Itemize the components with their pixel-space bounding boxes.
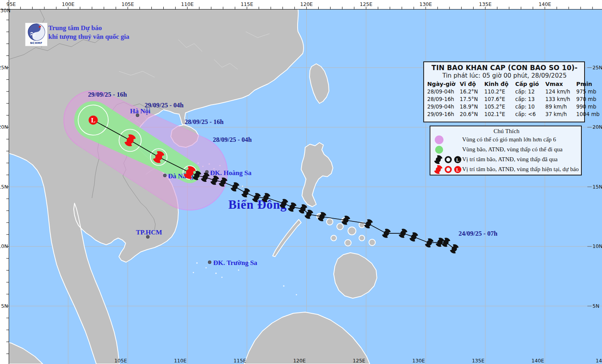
agency-credit-line2: khí tượng thuỷ văn quốc gia bbox=[48, 32, 129, 41]
bulletin-column-header: Kinh độ bbox=[484, 80, 513, 88]
dissipation-L-letter: L bbox=[91, 116, 96, 124]
bulletin-forecast-row: 29/09-16h20.6°N102.1°Ecấp: <637 km/h1004… bbox=[427, 111, 582, 118]
left-axis-margin bbox=[0, 0, 9, 364]
legend-box: Chú Thích Vùng có thể có gió mạnh lớn hơ… bbox=[430, 126, 582, 175]
red-circle-icon bbox=[444, 164, 452, 175]
axis-label-top: 120E bbox=[300, 1, 313, 7]
axis-label-bottom: 110E bbox=[174, 358, 187, 364]
legend-item-label: Vùng bão, ATNĐ, vùng thấp có thể đi qua bbox=[462, 146, 562, 153]
axis-label-left: 25N bbox=[0, 65, 8, 71]
bulletin-cell: 28/09-16h bbox=[427, 95, 457, 103]
bulletin-column-header: Ngày-giờ bbox=[427, 80, 457, 88]
legend-item-past-positions: L Vị trí tâm bão, ATNĐ, vùng thấp đã qua bbox=[434, 154, 579, 164]
bulletin-cell: cấp: <6 bbox=[515, 111, 543, 118]
svg-text:L: L bbox=[456, 167, 459, 172]
bulletin-cell: 37 km/h bbox=[545, 111, 574, 118]
track-date-label: 28/09/25 - 16h bbox=[185, 118, 224, 126]
axis-label-top: 100E bbox=[62, 1, 75, 7]
legend-title: Chú Thích bbox=[434, 128, 579, 135]
legend-item-label: Vị trí tâm bão, ATNĐ, vùng thấp hiện tại… bbox=[462, 166, 579, 173]
city-label: ĐK. Hoàng Sa bbox=[210, 169, 252, 177]
bulletin-cell: cấp: 10 bbox=[515, 103, 543, 111]
bulletin-column-header: Pmin bbox=[576, 80, 594, 88]
legend-item-pink-zone: Vùng có thể có gió mạnh lớn hơn cấp 6 bbox=[434, 135, 579, 145]
bulletin-cell: 28/09-04h bbox=[427, 88, 457, 95]
bulletin-cell: 990 mb bbox=[576, 103, 594, 111]
nchmf-logo-emblem bbox=[27, 23, 46, 41]
axis-label-left: 20N bbox=[0, 124, 8, 130]
bulletin-table-rows: 28/09-04h16.2°N110.2°Ecấp: 12124 km/h975… bbox=[427, 88, 582, 118]
black-cyclone-icon bbox=[434, 154, 443, 165]
red-cyclone-icon bbox=[434, 164, 443, 175]
axis-label-top-partial: 95E bbox=[6, 1, 16, 7]
bulletin-cell: 107.6°E bbox=[484, 95, 513, 103]
axis-label-right: 20N bbox=[592, 124, 602, 130]
bulletin-cell: cấp: 12 bbox=[515, 88, 543, 95]
bulletin-forecast-row: 28/09-04h16.2°N110.2°Ecấp: 12124 km/h975… bbox=[427, 88, 582, 95]
bulletin-forecast-row: 28/09-16h17.5°N107.6°Ecấp: 13133 km/h970… bbox=[427, 95, 582, 103]
bulletin-cell: 29/09-04h bbox=[427, 103, 457, 111]
agency-credit: Trung tâm Dự báo khí tượng thuỷ văn quốc… bbox=[48, 24, 129, 41]
axis-label-bottom: 115E bbox=[233, 358, 246, 364]
axis-label-left: 5N bbox=[1, 303, 8, 309]
bulletin-column-header: Vĩ độ bbox=[460, 80, 482, 88]
legend-item-forecast-positions: L Vị trí tâm bão, ATNĐ, vùng thấp hiện t… bbox=[434, 164, 579, 174]
black-L-icon: L bbox=[453, 154, 462, 165]
svg-text:L: L bbox=[456, 157, 459, 162]
axis-label-top: 130E bbox=[419, 1, 432, 7]
bulletin-cell: 17.5°N bbox=[460, 95, 482, 103]
axis-label-bottom: 135E bbox=[472, 358, 485, 364]
bulletin-cell: 124 km/h bbox=[545, 88, 574, 95]
axis-label-corner-partial: 14 bbox=[596, 358, 602, 364]
bulletin-column-header: Vmax bbox=[545, 80, 574, 88]
axis-label-left: 15N bbox=[0, 184, 8, 190]
axis-label-right: 10N bbox=[592, 243, 602, 249]
axis-label-top: 125E bbox=[360, 1, 373, 7]
axis-label-right: 15N bbox=[592, 184, 602, 190]
storm-bulletin-box: TIN BAO KHAN CAP (CON BAO SO 10)- Tin ph… bbox=[423, 61, 585, 122]
axis-label-bottom: 140E bbox=[531, 358, 544, 364]
track-date-label: 29/09/25 - 04h bbox=[145, 101, 183, 109]
red-L-icon: L bbox=[453, 164, 462, 175]
bulletin-cell: 1004 mb bbox=[576, 111, 594, 118]
nchmf-logo-text: NCHMF bbox=[30, 42, 42, 45]
bulletin-cell: 105.2°E bbox=[484, 103, 513, 111]
axis-label-top: 110E bbox=[181, 1, 194, 7]
axis-label-bottom: 105E bbox=[115, 358, 127, 364]
bulletin-cell: 89 km/h bbox=[545, 103, 574, 111]
bulletin-cell: cấp: 13 bbox=[515, 95, 543, 103]
bulletin-column-header: Cấp gió bbox=[515, 80, 543, 88]
legend-item-label: Vùng có thể có gió mạnh lớn hơn cấp 6 bbox=[462, 136, 556, 143]
track-date-label: 24/09/25 - 07h bbox=[459, 230, 497, 237]
bulletin-forecast-row: 29/09-04h18.9°N105.2°Ecấp: 1089 km/h990 … bbox=[427, 103, 582, 111]
nchmf-logo: NCHMF bbox=[25, 23, 48, 46]
bulletin-cell: 29/09-16h bbox=[427, 111, 457, 118]
bulletin-cell: 18.9°N bbox=[460, 103, 482, 111]
bulletin-cell: 16.2°N bbox=[460, 88, 482, 95]
axis-label-top: 105E bbox=[121, 1, 134, 7]
bulletin-cell: 102.1°E bbox=[484, 111, 513, 118]
city-label: ĐK. Trường Sa bbox=[213, 259, 258, 267]
black-circle-icon bbox=[444, 154, 452, 165]
axis-label-right: 5N bbox=[592, 303, 599, 309]
axis-label-bottom: 120E bbox=[293, 358, 306, 364]
city-dot bbox=[163, 174, 166, 177]
axis-label-top: 115E bbox=[241, 1, 253, 7]
storm-track-map: Biển ĐôngHà NộiĐà NẵngTP.HCMĐK. Hoàng Sa… bbox=[0, 0, 602, 364]
legend-item-green-zone: Vùng bão, ATNĐ, vùng thấp có thể đi qua bbox=[434, 145, 579, 154]
bulletin-cell: 20.6°N bbox=[460, 111, 482, 118]
bulletin-cell: 133 km/h bbox=[545, 95, 574, 103]
bulletin-table-header: Ngày-giờVĩ độKinh độCấp gióVmaxPmin bbox=[427, 80, 582, 88]
axis-label-top: 140E bbox=[539, 1, 551, 7]
bulletin-table: Ngày-giờVĩ độKinh độCấp gióVmaxPmin 28/0… bbox=[427, 80, 582, 118]
track-date-label: 28/09/25 - 04h bbox=[213, 136, 252, 143]
bulletin-issued-time: Tin phát lúc: 05 giờ 00 phút, 28/09/2025 bbox=[427, 72, 582, 79]
green-zone-icon bbox=[434, 145, 444, 154]
axis-label-bottom: 130E bbox=[412, 358, 425, 364]
agency-credit-line1: Trung tâm Dự báo bbox=[48, 24, 129, 32]
axis-label-right: 25N bbox=[592, 65, 602, 71]
axis-label-left: 10N bbox=[0, 243, 8, 249]
track-date-label: 29/09/25 - 16h bbox=[88, 91, 127, 98]
bulletin-cell: 110.2°E bbox=[484, 88, 513, 95]
axis-label-left-partial: 30N bbox=[0, 8, 10, 13]
